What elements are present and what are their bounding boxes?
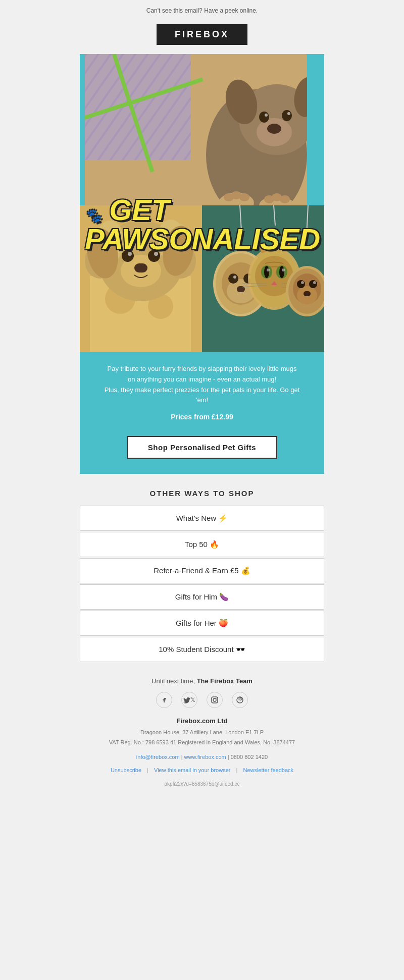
shop-section-heading: OTHER WAYS TO SHOP — [80, 489, 324, 498]
cta-button-wrap: Shop Personalised Pet Gifts — [80, 436, 324, 459]
hero-body: Pay tribute to your furry friends by sla… — [80, 352, 324, 426]
svg-rect-3 — [85, 54, 191, 160]
svg-rect-80 — [304, 291, 311, 296]
svg-point-82 — [213, 698, 216, 701]
twitter-icon[interactable]: 𝕏 — [181, 692, 197, 708]
dog-top-image — [85, 54, 307, 210]
top-50-link[interactable]: Top 50 🔥 — [80, 532, 324, 557]
gifts-for-him-link[interactable]: Gifts for Him 🍆 — [80, 584, 324, 610]
svg-point-62 — [264, 266, 269, 278]
instagram-icon[interactable] — [207, 692, 223, 708]
svg-point-77 — [309, 280, 317, 288]
hero-image-area: 🐾 GET PAWSONALISED — [80, 54, 324, 352]
footer-contact: info@firebox.com | www.firebox.com | 080… — [80, 754, 324, 760]
top-bar: Can't see this email? Have a peek online… — [0, 0, 404, 19]
svg-point-64 — [267, 268, 270, 271]
svg-point-11 — [267, 124, 281, 134]
whats-new-link[interactable]: What's New ⚡ — [80, 506, 324, 531]
svg-rect-38 — [134, 263, 147, 273]
email-link[interactable]: info@firebox.com — [136, 754, 180, 760]
student-discount-link[interactable]: 10% Student Discount 🕶️ — [80, 637, 324, 662]
shop-pet-gifts-button[interactable]: Shop Personalised Pet Gifts — [127, 436, 277, 459]
svg-point-63 — [279, 266, 284, 278]
svg-point-51 — [233, 276, 236, 279]
email-wrapper: Can't see this email? Have a peek online… — [0, 0, 404, 807]
spam-note: akpfi22x?d=8583675b@uifeed.cc — [80, 781, 324, 792]
paw-icon-left: 🐾 — [85, 208, 101, 223]
footer-until: Until next time, The Firebox Team — [80, 677, 324, 685]
svg-point-49 — [228, 274, 238, 284]
unsubscribe-link[interactable]: Unsubscribe — [111, 767, 141, 773]
svg-point-13 — [282, 110, 292, 121]
svg-point-15 — [287, 112, 290, 115]
svg-point-76 — [297, 280, 305, 288]
hero-title-line1: 🐾 GET — [85, 195, 324, 225]
hero-title-area: 🐾 GET PAWSONALISED — [80, 195, 324, 254]
phone-number: 0800 802 1420 — [231, 754, 268, 760]
svg-point-65 — [282, 268, 285, 271]
facebook-icon[interactable] — [156, 692, 172, 708]
footer-address: Dragoon House, 37 Artillery Lane, London… — [80, 728, 324, 748]
pet-collage: 🐾 GET PAWSONALISED — [80, 54, 324, 352]
svg-point-12 — [259, 112, 269, 123]
website-link[interactable]: www.firebox.com — [184, 754, 226, 760]
company-name: Firebox.com Ltd — [80, 717, 324, 725]
hero-description: Pay tribute to your furry friends by sla… — [100, 364, 304, 406]
hero-price: Prices from £12.99 — [100, 413, 304, 421]
gifts-for-her-link[interactable]: Gifts for Her 🍑 — [80, 611, 324, 636]
logo-bar: FIREBOX — [0, 19, 404, 54]
svg-rect-81 — [212, 697, 218, 703]
hero-container: 🐾 GET PAWSONALISED — [80, 54, 324, 474]
hero-title-line2: PAWSONALISED — [85, 225, 324, 254]
shop-section: OTHER WAYS TO SHOP What's New ⚡ Top 50 🔥… — [80, 489, 324, 662]
feedback-link[interactable]: Newsletter feedback — [243, 767, 293, 773]
refer-friend-link[interactable]: Refer-a-Friend & Earn £5 💰 — [80, 558, 324, 583]
top-bar-text: Can't see this email? Have a peek online… — [146, 7, 258, 14]
view-browser-link[interactable]: View this email in your browser — [154, 767, 230, 773]
footer-links: Unsubscribe | View this email in your br… — [80, 767, 324, 773]
svg-point-83 — [216, 698, 217, 699]
svg-point-79 — [313, 281, 316, 284]
footer: Until next time, The Firebox Team 𝕏 — [80, 677, 324, 807]
social-icons: 𝕏 — [80, 692, 324, 708]
hero-title: 🐾 GET PAWSONALISED — [85, 195, 324, 254]
footer-team: The Firebox Team — [197, 677, 252, 685]
svg-point-78 — [301, 281, 304, 284]
svg-point-14 — [265, 114, 268, 117]
logo[interactable]: FIREBOX — [157, 24, 247, 45]
pinterest-icon[interactable] — [232, 692, 248, 708]
